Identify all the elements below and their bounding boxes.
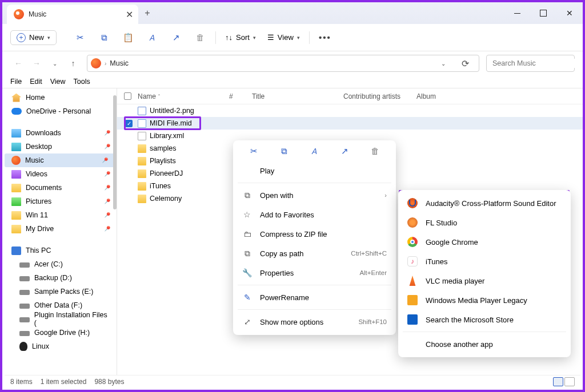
pin-icon: 📍	[99, 155, 110, 165]
sidebar-item-mydrive[interactable]: My Drive📍	[2, 222, 117, 236]
downloads-icon	[11, 129, 21, 138]
nav-back-button[interactable]: ←	[10, 55, 26, 71]
search-input[interactable]	[491, 59, 583, 68]
window-close-button[interactable]: ✕	[556, 2, 583, 24]
rename-icon[interactable]: 𝘈	[141, 29, 163, 47]
more-options-icon[interactable]: •••	[314, 29, 336, 47]
menu-view[interactable]: View	[50, 78, 66, 86]
sidebar-item-plugin[interactable]: Plugin Installation Files (	[2, 312, 117, 326]
refresh-icon[interactable]: ⟳	[455, 58, 475, 69]
nav-forward-button[interactable]: →	[29, 55, 45, 71]
sidebar-item-pictures[interactable]: Pictures📍	[2, 195, 117, 208]
sidebar-item-videos[interactable]: Videos📍	[2, 167, 117, 181]
new-label: New	[29, 33, 44, 42]
sort-button[interactable]: ↑↓ Sort ▾	[221, 31, 261, 44]
window-minimize-button[interactable]	[504, 2, 530, 24]
search-box[interactable]: ⌕	[486, 55, 575, 72]
zip-icon: 🗀	[242, 229, 252, 239]
app-chrome[interactable]: Google Chrome	[398, 232, 571, 252]
sidebar-item-home[interactable]: Home	[2, 91, 117, 104]
ctx-play[interactable]: Play	[233, 161, 396, 180]
app-itunes[interactable]: ♪iTunes	[398, 252, 571, 271]
column-headers: Nameˆ # Title Contributing artists Album	[117, 88, 583, 104]
sidebar-item-backup[interactable]: Backup (D:)	[2, 271, 117, 285]
tab-music[interactable]: Music ✕	[7, 5, 138, 24]
menu-edit[interactable]: Edit	[30, 78, 42, 86]
status-items: 8 items	[10, 378, 33, 386]
breadcrumb-music[interactable]: Music	[110, 59, 129, 67]
file-row-selected[interactable]: ✓MIDI File.mid	[117, 117, 583, 130]
details-view-button[interactable]	[553, 377, 563, 386]
col-title[interactable]: Title	[252, 92, 343, 100]
midi-file-icon	[138, 119, 146, 128]
sidebar-item-documents[interactable]: Documents📍	[2, 181, 117, 195]
tab-title: Music	[29, 10, 120, 18]
sidebar-item-samplepacks[interactable]: Sample Packs (E:)	[2, 285, 117, 298]
ctx-show-more[interactable]: ⤢Show more optionsShift+F10	[233, 312, 396, 332]
sidebar-item-thispc[interactable]: This PC	[2, 244, 117, 257]
app-audacity[interactable]: Audacity® Cross-Platform Sound Editor	[398, 193, 571, 213]
music-folder-icon	[14, 9, 24, 19]
col-num[interactable]: #	[229, 92, 252, 100]
status-bar: 8 items 1 item selected 988 bytes	[5, 375, 580, 387]
ctx-compress[interactable]: 🗀Compress to ZIP file	[233, 224, 396, 244]
sidebar-item-desktop[interactable]: Desktop📍	[2, 140, 117, 153]
sidebar-item-otherdata[interactable]: Other Data (F:)	[2, 298, 117, 312]
window-maximize-button[interactable]	[530, 2, 556, 24]
folder-icon	[11, 225, 21, 233]
app-flstudio[interactable]: FL Studio	[398, 213, 571, 232]
new-tab-button[interactable]: +	[138, 8, 157, 18]
store-icon	[407, 314, 418, 325]
delete-icon[interactable]: 🗑	[189, 29, 211, 47]
copy-icon[interactable]: ⧉	[275, 146, 294, 156]
ctx-open-with[interactable]: ⧉Open with›	[233, 185, 396, 205]
checkbox-checked-icon[interactable]: ✓	[125, 120, 133, 127]
tab-close-icon[interactable]: ✕	[125, 9, 134, 20]
menu-tools[interactable]: Tools	[74, 78, 90, 86]
col-name[interactable]: Nameˆ	[138, 92, 229, 100]
new-button[interactable]: + New ▾	[10, 30, 57, 45]
thumbnail-view-button[interactable]	[564, 377, 575, 386]
copy-icon[interactable]: ⧉	[93, 29, 115, 47]
sidebar-item-gdrive[interactable]: Google Drive (H:)	[2, 326, 117, 340]
nav-recent-button[interactable]: ⌄	[47, 55, 63, 71]
pictures-icon	[11, 197, 21, 206]
toolbar: + New ▾ ✂ ⧉ 📋 𝘈 ↗ 🗑 ↑↓ Sort ▾ ☰ View ▾ •…	[2, 24, 583, 51]
path-box[interactable]: › Music ⌄ ⟳	[87, 55, 479, 72]
app-store[interactable]: Search the Microsoft Store	[398, 310, 571, 329]
breadcrumb-separator-icon: ›	[105, 60, 106, 67]
ctx-add-favorites[interactable]: ☆Add to Favorites	[233, 205, 396, 224]
file-row[interactable]: Untitled-2.png	[117, 104, 583, 117]
address-bar: ← → ⌄ ↑ › Music ⌄ ⟳ ⌕	[2, 51, 583, 75]
sidebar-item-music[interactable]: Music📍	[5, 153, 114, 167]
sidebar-item-acer[interactable]: Acer (C:)	[2, 257, 117, 271]
app-wmp[interactable]: Windows Media Player Legacy	[398, 290, 571, 310]
app-vlc[interactable]: VLC media player	[398, 271, 571, 290]
share-icon[interactable]: ↗	[335, 146, 355, 156]
app-choose-another[interactable]: Choose another app	[398, 334, 571, 354]
sidebar-item-onedrive[interactable]: OneDrive - Personal	[2, 104, 117, 118]
cut-icon[interactable]: ✂	[69, 29, 91, 47]
col-album[interactable]: Album	[412, 92, 583, 100]
cut-icon[interactable]: ✂	[245, 146, 264, 156]
sidebar-item-downloads[interactable]: Downloads📍	[2, 126, 117, 140]
menu-file[interactable]: File	[10, 78, 22, 86]
rename-icon[interactable]: 𝘈	[305, 146, 324, 156]
ctx-powerrename[interactable]: ✎PowerRename	[233, 288, 396, 307]
sidebar-item-linux[interactable]: Linux	[2, 340, 117, 353]
ctx-copy-path[interactable]: ⧉Copy as pathCtrl+Shift+C	[233, 244, 396, 263]
delete-icon[interactable]: 🗑	[366, 146, 385, 156]
nav-up-button[interactable]: ↑	[65, 55, 81, 71]
thispc-icon	[11, 246, 21, 255]
menubar: File Edit View Tools	[2, 75, 583, 88]
sidebar-item-win11[interactable]: Win 11📍	[2, 208, 117, 222]
view-button[interactable]: ☰ View ▾	[263, 31, 304, 44]
chevron-down-icon: ▾	[253, 35, 256, 41]
audacity-icon	[407, 198, 418, 208]
share-icon[interactable]: ↗	[165, 29, 187, 47]
col-artist[interactable]: Contributing artists	[343, 92, 412, 100]
music-icon	[11, 156, 21, 165]
select-all-checkbox[interactable]	[117, 92, 138, 100]
path-history-icon[interactable]: ⌄	[435, 55, 451, 71]
ctx-properties[interactable]: 🔧PropertiesAlt+Enter	[233, 263, 396, 282]
